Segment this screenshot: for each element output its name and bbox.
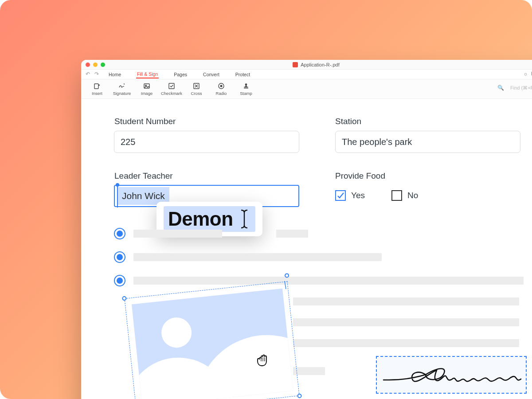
tab-protect[interactable]: Protect bbox=[235, 71, 251, 78]
student-number-field[interactable]: 225 bbox=[114, 131, 299, 153]
tool-insert-label: Insert bbox=[92, 91, 102, 96]
image-placeholder-selection[interactable] bbox=[99, 276, 294, 399]
document-canvas: Student Number 225 Station The people's … bbox=[81, 99, 532, 399]
document-title: Application-R-.pdf bbox=[301, 62, 339, 67]
tool-image-label: Image bbox=[141, 91, 153, 96]
leader-teacher-label: Leader Teacher bbox=[114, 171, 173, 181]
menu-tabs: ↶ ↷ Home Fill & Sign Pages Convert Prote… bbox=[81, 70, 532, 79]
student-number-value: 225 bbox=[121, 137, 135, 147]
leader-teacher-value: John Wick bbox=[122, 191, 165, 201]
text-placeholder-bar bbox=[276, 230, 308, 238]
radio-icon bbox=[218, 82, 225, 90]
cross-icon bbox=[193, 82, 200, 90]
text-placeholder-bar bbox=[133, 230, 222, 238]
tool-stamp[interactable]: Stamp bbox=[234, 82, 258, 96]
svg-point-7 bbox=[245, 83, 247, 86]
checkmark-icon bbox=[168, 82, 175, 90]
resize-handle[interactable] bbox=[122, 296, 127, 301]
radio-option-1[interactable] bbox=[114, 228, 125, 239]
image-placeholder bbox=[132, 289, 293, 399]
pdf-file-icon bbox=[293, 62, 298, 67]
toolbar: Insert Signature Image Checkmark Cross R… bbox=[81, 79, 532, 99]
find-input[interactable]: Find (⌘+F) bbox=[510, 85, 532, 91]
insert-icon bbox=[94, 82, 101, 90]
tool-signature-label: Signature bbox=[113, 91, 131, 96]
tab-home[interactable]: Home bbox=[108, 71, 122, 78]
brightness-icon[interactable]: ☼ bbox=[524, 71, 528, 76]
tool-image[interactable]: Image bbox=[134, 82, 159, 96]
svg-point-6 bbox=[220, 85, 223, 87]
svg-line-9 bbox=[285, 281, 286, 289]
tool-stamp-label: Stamp bbox=[240, 91, 252, 96]
signature-icon bbox=[118, 82, 125, 90]
provide-food-no-checkbox[interactable] bbox=[391, 190, 402, 201]
image-icon bbox=[143, 82, 150, 90]
tool-radio[interactable]: Radio bbox=[209, 82, 234, 96]
text-placeholder-bar bbox=[133, 253, 382, 261]
titlebar: Application-R-.pdf bbox=[81, 60, 532, 70]
provide-food-no-label: No bbox=[407, 191, 418, 200]
text-placeholder-bar bbox=[293, 318, 519, 326]
search-icon[interactable]: 🔍 bbox=[497, 85, 504, 91]
stamp-icon bbox=[243, 82, 250, 90]
station-field[interactable]: The people's park bbox=[335, 131, 520, 153]
tooltip-text: Demon bbox=[168, 208, 233, 230]
text-placeholder-bar bbox=[293, 297, 519, 305]
tab-convert[interactable]: Convert bbox=[202, 71, 220, 78]
rotate-handle[interactable] bbox=[285, 273, 289, 278]
undo-icon[interactable]: ↶ bbox=[86, 71, 90, 77]
tool-checkmark-label: Checkmark bbox=[161, 91, 182, 96]
text-placeholder-bar bbox=[293, 367, 325, 375]
tool-radio-label: Radio bbox=[216, 91, 227, 96]
redo-icon[interactable]: ↷ bbox=[94, 71, 99, 77]
station-value: The people's park bbox=[342, 137, 412, 147]
tool-checkmark[interactable]: Checkmark bbox=[159, 82, 184, 96]
grab-cursor-icon bbox=[254, 350, 272, 368]
tab-pages[interactable]: Pages bbox=[173, 71, 188, 78]
signature-field[interactable] bbox=[376, 356, 527, 394]
tool-signature[interactable]: Signature bbox=[110, 82, 134, 96]
resize-handle[interactable] bbox=[297, 393, 302, 398]
provide-food-yes-label: Yes bbox=[351, 191, 365, 200]
svg-rect-3 bbox=[169, 83, 174, 89]
text-cursor-icon bbox=[238, 208, 251, 230]
svg-rect-8 bbox=[244, 88, 248, 88]
app-window: Application-R-.pdf ↶ ↷ Home Fill & Sign … bbox=[81, 60, 532, 399]
tool-insert[interactable]: Insert bbox=[85, 82, 110, 96]
tool-cross[interactable]: Cross bbox=[184, 82, 209, 96]
student-number-label: Student Number bbox=[114, 117, 176, 126]
station-label: Station bbox=[335, 117, 361, 126]
provide-food-yes-checkbox[interactable] bbox=[335, 190, 346, 201]
tool-cross-label: Cross bbox=[191, 91, 202, 96]
provide-food-label: Provide Food bbox=[335, 171, 385, 181]
text-placeholder-bar bbox=[293, 339, 519, 347]
tab-fill-sign[interactable]: Fill & Sign bbox=[136, 70, 159, 78]
signature-icon bbox=[377, 357, 528, 395]
radio-option-2[interactable] bbox=[114, 251, 125, 263]
svg-rect-0 bbox=[94, 84, 98, 89]
